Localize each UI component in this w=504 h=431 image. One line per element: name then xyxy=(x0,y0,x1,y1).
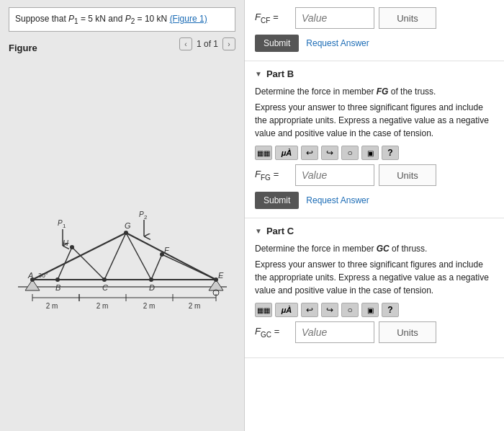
redo-icon-b[interactable]: ↪ xyxy=(321,146,338,160)
question-icon-b[interactable]: ? xyxy=(382,146,399,160)
svg-text:30°: 30° xyxy=(38,272,48,279)
part-c-desc1: Determine the force in member GC of thru… xyxy=(255,242,494,255)
svg-text:2 m: 2 m xyxy=(188,302,200,310)
svg-line-22 xyxy=(151,254,162,280)
answer-row-gc: FGC = Units xyxy=(255,321,494,343)
image-icon-b[interactable]: ▣ xyxy=(361,146,379,160)
truss-figure: 2 m 2 m 2 m 2 m xyxy=(11,168,234,312)
figure-label: Figure xyxy=(9,43,37,53)
svg-text:F: F xyxy=(164,246,170,254)
answer-input-gc[interactable] xyxy=(295,321,374,343)
image-icon-c[interactable]: ▣ xyxy=(361,303,379,317)
svg-line-23 xyxy=(162,254,216,280)
svg-point-32 xyxy=(70,245,74,249)
part-c-desc2: Express your answer to three significant… xyxy=(255,258,494,297)
svg-text:G: G xyxy=(125,221,131,230)
submit-button-cf[interactable]: Submit xyxy=(255,35,299,52)
svg-point-30 xyxy=(149,277,153,282)
request-answer-fg[interactable]: Request Answer xyxy=(306,195,369,205)
svg-text:2 m: 2 m xyxy=(96,302,108,310)
undo-icon-b[interactable]: ↩ xyxy=(301,146,318,160)
answer-label-cf: FCF = xyxy=(255,12,291,25)
units-cf: Units xyxy=(379,7,436,29)
figure-area: 2 m 2 m 2 m 2 m xyxy=(9,56,235,424)
problem-text: Suppose that P1 = 5 kN and P2 = 10 kN (F… xyxy=(15,14,207,24)
answer-label-gc: FGC = xyxy=(255,326,291,339)
toolbar-b: ▦▦ μÀ ↩ ↪ ○ ▣ ? xyxy=(255,146,494,160)
question-icon-c[interactable]: ? xyxy=(382,303,399,317)
svg-text:C: C xyxy=(102,283,108,292)
answer-input-cf[interactable] xyxy=(295,7,374,29)
nav-page: 1 of 1 xyxy=(197,39,218,49)
part-b-desc2: Express your answer to three significant… xyxy=(255,101,494,140)
svg-text:A: A xyxy=(27,271,33,280)
prev-figure-button[interactable]: ‹ xyxy=(179,37,192,50)
svg-point-33 xyxy=(124,231,128,235)
refresh-icon-c[interactable]: ○ xyxy=(341,303,359,317)
units-gc: Units xyxy=(379,321,436,343)
svg-text:1: 1 xyxy=(63,223,66,229)
svg-line-17 xyxy=(126,233,216,280)
part-b-toggle[interactable]: ▼ xyxy=(255,70,262,78)
part-b-header: ▼ Part B xyxy=(255,68,494,79)
svg-text:2 m: 2 m xyxy=(143,302,155,310)
units-fg: Units xyxy=(379,164,436,186)
answer-row-cf: FCF = Units xyxy=(255,7,494,29)
part-b-section: ▼ Part B Determine the force in member F… xyxy=(245,61,504,218)
btn-row-cf: Submit Request Answer xyxy=(255,35,494,52)
left-panel: Suppose that P1 = 5 kN and P2 = 10 kN (F… xyxy=(0,0,245,431)
part-c-section: ▼ Part C Determine the force in member G… xyxy=(245,218,504,358)
submit-button-fg[interactable]: Submit xyxy=(255,192,299,209)
redo-icon-c[interactable]: ↪ xyxy=(321,303,338,317)
next-figure-button[interactable]: › xyxy=(222,37,235,50)
grid-icon-b[interactable]: ▦▦ xyxy=(255,146,272,160)
refresh-icon-b[interactable]: ○ xyxy=(341,146,359,160)
part-b-title: Part B xyxy=(266,68,294,79)
answer-label-fg: FFG = xyxy=(255,169,291,182)
right-panel: FCF = Units Submit Request Answer ▼ Part… xyxy=(245,0,504,431)
btn-row-fg: Submit Request Answer xyxy=(255,192,494,209)
svg-point-29 xyxy=(102,277,107,282)
svg-text:2 m: 2 m xyxy=(45,302,58,310)
svg-line-18 xyxy=(58,247,72,280)
toolbar-c: ▦▦ μÀ ↩ ↪ ○ ▣ ? xyxy=(255,303,494,317)
figure-nav: ‹ 1 of 1 › xyxy=(179,37,235,50)
figure-link[interactable]: (Figure 1) xyxy=(170,14,207,24)
answer-input-fg[interactable] xyxy=(295,164,374,186)
svg-line-20 xyxy=(104,233,126,280)
mu-icon-b[interactable]: μÀ xyxy=(275,146,298,160)
svg-text:2: 2 xyxy=(144,214,148,221)
grid-icon-c[interactable]: ▦▦ xyxy=(255,303,272,317)
svg-text:E: E xyxy=(218,271,224,280)
svg-text:P: P xyxy=(139,210,144,218)
svg-text:P: P xyxy=(58,219,63,227)
mu-icon-c[interactable]: μÀ xyxy=(275,303,298,317)
problem-statement: Suppose that P1 = 5 kN and P2 = 10 kN (F… xyxy=(9,7,235,32)
part-a-section: FCF = Units Submit Request Answer xyxy=(245,0,504,61)
svg-point-28 xyxy=(55,277,60,282)
request-answer-cf[interactable]: Request Answer xyxy=(306,38,369,48)
svg-text:B: B xyxy=(55,283,60,292)
part-c-header: ▼ Part C xyxy=(255,226,494,236)
svg-text:H: H xyxy=(63,239,68,247)
svg-text:D: D xyxy=(149,283,155,292)
part-b-desc1: Determine the force in member FG of the … xyxy=(255,85,494,98)
part-c-toggle[interactable]: ▼ xyxy=(255,227,262,235)
undo-icon-c[interactable]: ↩ xyxy=(301,303,318,317)
part-c-title: Part C xyxy=(266,226,294,236)
answer-row-fg: FFG = Units xyxy=(255,164,494,186)
